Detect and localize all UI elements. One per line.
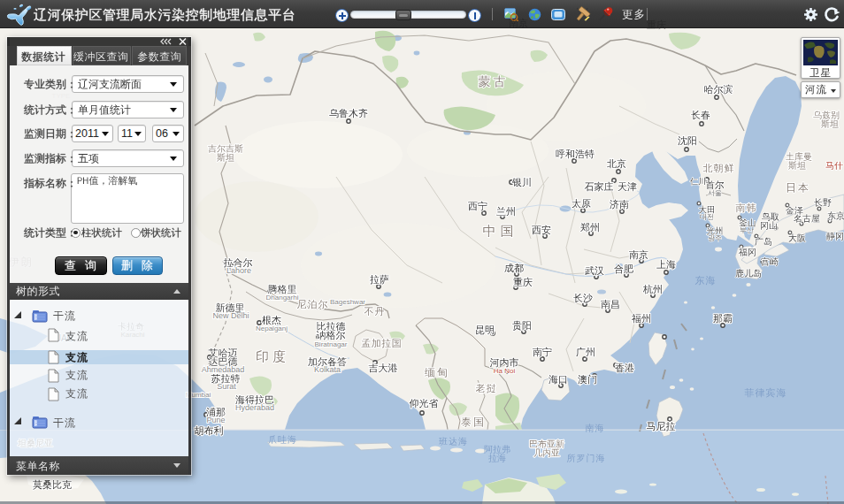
svg-text:Surat: Surat	[217, 382, 236, 391]
svg-text:Dhangarhi: Dhangarhi	[266, 294, 299, 302]
svg-text:Pune: Pune	[206, 416, 225, 424]
svg-text:Nepalganj: Nepalganj	[256, 325, 288, 332]
svg-text:Lahore: Lahore	[226, 266, 251, 275]
svg-text:New Delhi: New Delhi	[212, 311, 249, 320]
svg-text:Kolkata: Kolkata	[314, 365, 341, 374]
svg-text:Ha Noi: Ha Noi	[494, 367, 516, 375]
svg-text:Biratnagar: Biratnagar	[315, 340, 348, 348]
svg-text:Ahmedabad: Ahmedabad	[202, 365, 245, 374]
svg-text:Bageshwar: Bageshwar	[330, 298, 365, 306]
svg-text:Hyderabad: Hyderabad	[235, 403, 274, 412]
